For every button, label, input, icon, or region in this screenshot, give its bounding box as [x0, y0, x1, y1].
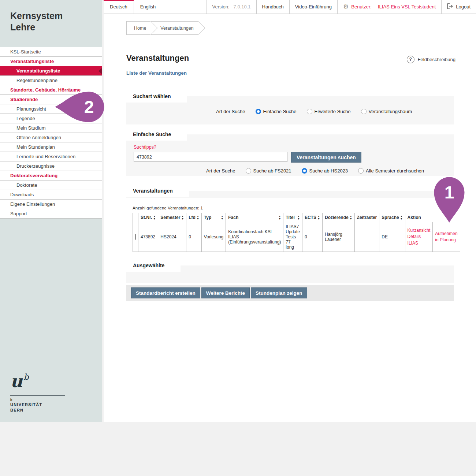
user-menu[interactable]: ⚙ Benutzer: ILIAS Eins VSL Teststudent	[337, 0, 441, 14]
col-lfd[interactable]: Lfd▲▼	[186, 213, 202, 222]
cell-aktion-planung: Aufnehmen in Planung	[433, 222, 460, 252]
table-row: 473892 HS2024 0 Vorlesung Koordinationsf…	[133, 222, 460, 252]
sort-icon[interactable]: ▲▼	[350, 215, 352, 220]
marker-1-label: 1	[445, 183, 454, 202]
sidebar-item-mein-studium[interactable]: Mein Studium	[0, 123, 102, 133]
row-checkbox[interactable]	[135, 234, 136, 240]
sidebar-item-veranstaltungsliste-group[interactable]: Veranstaltungsliste	[0, 57, 102, 66]
cell-ects: 0	[302, 222, 323, 252]
cell-sprache: DE	[379, 222, 405, 252]
radio-suche-ab-fs2021[interactable]: Suche ab FS2021	[246, 168, 291, 174]
liste-der-veranstaltungen-link[interactable]: Liste der Veranstaltungen	[126, 70, 187, 76]
breadcrumb-home[interactable]: Home	[126, 21, 150, 35]
panel-einfache-suche: Einfache Suche Suchtipps? Veranstaltunge…	[126, 128, 454, 176]
sidebar-item-druckerzeugnisse[interactable]: Druckerzeugnisse	[0, 161, 102, 171]
radio-erweiterte-suche[interactable]: Erweiterte Suche	[307, 109, 351, 114]
panel-ausgewaehlte: Ausgewählte	[126, 259, 454, 283]
sidebar: Kernsystem Lehre KSL-Startseite Veransta…	[0, 0, 102, 422]
aufnehmen-in-planung-link[interactable]: Aufnehmen in Planung	[435, 231, 457, 242]
sidebar-item-doktorate[interactable]: Doktorate	[0, 181, 102, 190]
kurzansicht-link[interactable]: Kurzansicht	[408, 227, 431, 234]
col-dozierende[interactable]: Dozierende▲▼	[322, 213, 354, 222]
radio-icon[interactable]	[361, 109, 367, 114]
question-icon: ?	[407, 56, 414, 63]
logout-button[interactable]: Logout	[441, 0, 476, 14]
tab-language-deutsch[interactable]: Deutsch	[104, 0, 134, 14]
semester-radio-label: Art der Suche	[206, 168, 235, 174]
cell-lfd: 0	[186, 222, 202, 252]
sidebar-item-lernorte[interactable]: Lernorte und Reservationen	[0, 152, 102, 161]
col-semester[interactable]: Semester▲▼	[158, 213, 186, 222]
col-sprache[interactable]: Sprache▲▼	[379, 213, 405, 222]
radio-suche-ab-hs2023[interactable]: Suche ab HS2023	[302, 168, 348, 174]
radio-selected-icon[interactable]	[302, 168, 307, 174]
version-info: Version: 7.0.10.1	[207, 0, 256, 14]
col-checkbox	[133, 213, 138, 222]
sidebar-item-offene-anmeldungen[interactable]: Offene Anmeldungen	[0, 133, 102, 142]
feldbeschreibung-link[interactable]: ? Feldbeschreibung	[407, 56, 455, 63]
search-input[interactable]	[134, 152, 287, 162]
radio-icon[interactable]	[246, 168, 251, 174]
panel-veranstaltungen-title: Veranstaltungen	[126, 185, 189, 197]
breadcrumb: Home Veranstaltungen	[126, 21, 198, 35]
handbuch-link[interactable]: Handbuch	[256, 0, 289, 14]
sidebar-item-regelstundenplaene[interactable]: Regelstundenpläne	[0, 76, 102, 85]
tab-language-english[interactable]: English	[134, 0, 163, 14]
sort-icon[interactable]: ▲▼	[153, 215, 156, 220]
sidebar-item-mein-stundenplan[interactable]: Mein Stundenplan	[0, 142, 102, 152]
cell-stnr: 473892	[138, 222, 158, 252]
user-name: ILIAS Eins VSL Teststudent	[378, 4, 436, 10]
stundenplan-zeigen-button[interactable]: Stundenplan zeigen	[251, 287, 307, 298]
radio-icon[interactable]	[307, 109, 312, 114]
breadcrumb-veranstaltungen[interactable]: Veranstaltungen	[150, 21, 198, 35]
cell-fach: Koordinationsfach KSL ILIAS (Einführungs…	[226, 222, 283, 252]
suchart-radio-group: Art der Suche Einfache Suche Erweiterte …	[216, 109, 454, 114]
col-titel[interactable]: Titel▲▼	[283, 213, 302, 222]
radio-einfache-suche[interactable]: Einfache Suche	[256, 109, 297, 114]
panel-veranstaltungen: Veranstaltungen Anzahl gefundene Veranst…	[126, 185, 454, 252]
veranstaltungen-suchen-button[interactable]: Veranstaltungen suchen	[291, 152, 361, 163]
annotation-marker-1: 1	[433, 176, 466, 224]
cell-titel: ILIAS7 Update Tests 77 long	[283, 222, 302, 252]
table-header-row: St.Nr.▲▼ Semester▲▼ Lfd▲▼ Typ▲▼ Fach▲▼ T…	[133, 213, 460, 222]
sidebar-item-eigene-einstellungen[interactable]: Eigene Einstellungen	[0, 200, 102, 209]
sort-icon[interactable]: ▲▼	[181, 215, 184, 220]
logout-icon	[447, 3, 453, 10]
standardbericht-erstellen-button[interactable]: Standardbericht erstellen	[131, 287, 200, 298]
sort-icon[interactable]: ▲▼	[297, 215, 300, 220]
sidebar-item-veranstaltungsliste[interactable]: Veranstaltungsliste	[0, 66, 102, 76]
sort-icon[interactable]: ▲▼	[221, 215, 223, 220]
sort-icon[interactable]: ▲▼	[278, 215, 281, 220]
panel-ausgewaehlte-title: Ausgewählte	[126, 259, 181, 272]
logo-divider	[10, 395, 65, 396]
ilias-link[interactable]: ILIAS	[408, 240, 431, 246]
sidebar-item-ksl-startseite[interactable]: KSL-Startseite	[0, 47, 102, 57]
radio-alle-semester[interactable]: Alle Semester durchsuchen	[358, 168, 424, 174]
weitere-berichte-button[interactable]: Weitere Berichte	[201, 287, 250, 298]
radio-veranstaltungsbaum[interactable]: Veranstaltungsbaum	[361, 109, 412, 114]
col-ects[interactable]: ECTS▲▼	[302, 213, 323, 222]
suchtipps-link[interactable]: Suchtipps?	[134, 145, 454, 150]
col-stnr[interactable]: St.Nr.▲▼	[138, 213, 158, 222]
app-title: Kernsystem Lehre	[0, 0, 102, 33]
col-fach[interactable]: Fach▲▼	[226, 213, 283, 222]
col-typ[interactable]: Typ▲▼	[201, 213, 226, 222]
sort-icon[interactable]: ▲▼	[197, 215, 199, 220]
radio-selected-icon[interactable]	[256, 109, 261, 114]
page-content: Veranstaltungen ? Feldbeschreibung Liste…	[104, 42, 476, 422]
sidebar-item-doktoratsverwaltung[interactable]: Doktoratsverwaltung	[0, 171, 102, 181]
sidebar-item-support[interactable]: Support	[0, 209, 102, 219]
radio-icon[interactable]	[358, 168, 364, 174]
sidebar-item-downloads[interactable]: Downloads	[0, 190, 102, 200]
cell-typ: Vorlesung	[201, 222, 226, 252]
unibern-logo: ub b UNIVERSITÄTBERN	[10, 373, 65, 413]
sort-icon[interactable]: ▲▼	[317, 215, 320, 220]
action-button-bar: Standardbericht erstellen Weitere Berich…	[126, 285, 454, 301]
video-einfuehrung-link[interactable]: Video-Einführung	[289, 0, 337, 14]
marker-2-label: 2	[84, 97, 94, 117]
topbar: Deutsch English Version: 7.0.10.1 Handbu…	[104, 0, 476, 14]
sort-icon[interactable]: ▲▼	[400, 215, 403, 220]
cell-dozierende: Hansjörg Lauener	[322, 222, 354, 252]
details-link[interactable]: Details	[408, 234, 431, 240]
panel-suchart-title: Suchart wählen	[126, 90, 187, 103]
